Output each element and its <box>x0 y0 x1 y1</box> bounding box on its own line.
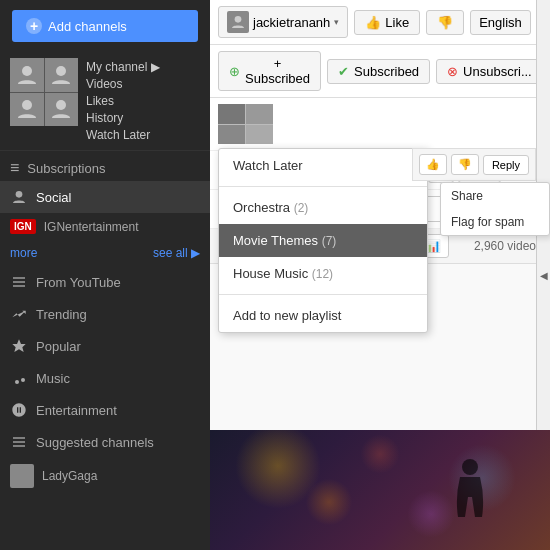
context-menu: Share Flag for spam <box>440 182 550 236</box>
sidebar-item-social[interactable]: Social <box>0 181 210 213</box>
trending-icon <box>10 305 28 323</box>
plus-icon: + <box>26 18 42 34</box>
stats-icon: 📊 <box>426 239 441 253</box>
svg-rect-7 <box>13 285 25 286</box>
lang-label: English <box>479 15 522 30</box>
svg-point-1 <box>56 66 66 76</box>
playlist-orchestra[interactable]: Orchestra (2) <box>219 191 427 224</box>
subscriptions-label: ≡ Subscriptions <box>0 151 210 181</box>
thumbnail-1[interactable] <box>218 104 273 144</box>
sidebar-item-ign[interactable]: IGN IGNentertainment <box>0 213 210 240</box>
add-subscribed-button[interactable]: ⊕ + Subscribed <box>218 51 321 91</box>
sidebar-item-lady-gaga[interactable]: LadyGaga <box>0 458 210 494</box>
entertainment-label: Entertainment <box>36 403 117 418</box>
ign-label: IGNentertainment <box>44 220 139 234</box>
figure-silhouette <box>450 457 490 540</box>
sidebar-item-music[interactable]: Music <box>0 362 210 394</box>
svg-point-18 <box>462 459 478 475</box>
orchestra-name: Orchestra <box>233 200 290 215</box>
my-channel-section: My channel ▶ Videos Likes History Watch … <box>0 52 210 151</box>
svg-point-0 <box>22 66 32 76</box>
avatar <box>10 58 78 126</box>
dropdown-divider <box>219 186 427 187</box>
dropdown-divider-2 <box>219 294 427 295</box>
thumbnails-row <box>210 98 550 151</box>
svg-point-17 <box>235 16 242 23</box>
sidebar-item-entertainment[interactable]: Entertainment <box>0 394 210 426</box>
subscribed-label: Subscribed <box>354 64 419 79</box>
svg-rect-16 <box>13 445 25 446</box>
suggested-icon <box>10 433 28 451</box>
thumbs-down-icon: 👎 <box>437 15 453 30</box>
video-thumbnail-area <box>210 430 550 550</box>
subscriptions-text: Subscriptions <box>27 161 105 176</box>
svg-rect-6 <box>13 281 25 282</box>
subscribed-button[interactable]: ✔ Subscribed <box>327 59 430 84</box>
like-button[interactable]: 👍 Like <box>354 10 420 35</box>
music-label: Music <box>36 371 70 386</box>
user-pill[interactable]: jackietrananh ▾ <box>218 6 348 38</box>
sidebar: + Add channels My channel ▶ Videos Likes… <box>0 0 210 550</box>
username-label: jackietrananh <box>253 15 330 30</box>
reply-button[interactable]: Reply <box>483 155 529 175</box>
orchestra-count: (2) <box>294 201 309 215</box>
context-share[interactable]: Share <box>441 183 549 209</box>
playlist-house-music[interactable]: House Music (12) <box>219 257 427 290</box>
popular-label: Popular <box>36 339 81 354</box>
my-channel-link[interactable]: My channel ▶ <box>86 60 160 74</box>
playlist-movie-themes[interactable]: Movie Themes (7) <box>219 224 427 257</box>
unsubscribe-label: Unsubscri... <box>463 64 532 79</box>
lights-decoration <box>210 430 550 550</box>
scroll-left-arrow[interactable]: ◀ <box>540 270 548 281</box>
person-icon <box>10 188 28 206</box>
music-icon <box>10 369 28 387</box>
add-new-playlist-option[interactable]: Add to new playlist <box>219 299 427 332</box>
sidebar-item-from-youtube[interactable]: From YouTube <box>0 266 210 298</box>
sidebar-item-popular[interactable]: Popular <box>0 330 210 362</box>
more-row: more see all ▶ <box>0 240 210 266</box>
svg-point-3 <box>56 100 66 110</box>
videos-link[interactable]: Videos <box>86 77 160 91</box>
reply-label: Reply <box>492 159 520 171</box>
movie-themes-name: Movie Themes <box>233 233 318 248</box>
from-youtube-label: From YouTube <box>36 275 121 290</box>
add-channels-label: Add channels <box>48 19 127 34</box>
likes-link[interactable]: Likes <box>86 94 160 108</box>
add-icon: ⊕ <box>229 64 240 79</box>
add-new-label: Add to new playlist <box>233 308 341 323</box>
main-content: jackietrananh ▾ 👍 Like 👎 English ⊕ + Sub… <box>210 0 550 550</box>
dislike-button[interactable]: 👎 <box>426 10 464 35</box>
sidebar-item-suggested: Suggested channels <box>0 426 210 458</box>
svg-marker-8 <box>12 339 25 352</box>
watch-later-link[interactable]: Watch Later <box>86 128 160 142</box>
sidebar-item-trending[interactable]: Trending <box>0 298 210 330</box>
add-channels-button[interactable]: + Add channels <box>12 10 198 42</box>
house-music-count: (12) <box>312 267 333 281</box>
video-background <box>210 430 550 550</box>
user-dropdown-arrow: ▾ <box>334 17 339 27</box>
language-button[interactable]: English <box>470 10 531 35</box>
top-bar: jackietrananh ▾ 👍 Like 👎 English <box>210 0 550 45</box>
house-music-name: House Music <box>233 266 308 281</box>
small-thumbs-down[interactable]: 👎 <box>451 154 479 175</box>
more-link[interactable]: more <box>10 246 37 260</box>
entertainment-icon <box>10 401 28 419</box>
unsubscribe-button[interactable]: ⊗ Unsubscri... <box>436 59 543 84</box>
svg-point-2 <box>22 100 32 110</box>
history-link[interactable]: History <box>86 111 160 125</box>
list-icon <box>10 273 28 291</box>
watch-later-label: Watch Later <box>233 158 303 173</box>
svg-line-13 <box>19 371 25 373</box>
svg-point-4 <box>16 191 23 198</box>
suggested-label: Suggested channels <box>36 435 154 450</box>
svg-point-10 <box>21 378 25 382</box>
user-avatar <box>227 11 249 33</box>
star-icon <box>10 337 28 355</box>
x-icon: ⊗ <box>447 64 458 79</box>
context-flag-spam[interactable]: Flag for spam <box>441 209 549 235</box>
lady-gaga-avatar <box>10 464 34 488</box>
social-label: Social <box>36 190 71 205</box>
see-all-link[interactable]: see all ▶ <box>153 246 200 260</box>
watch-later-option[interactable]: Watch Later <box>219 149 427 182</box>
small-thumbs-up[interactable]: 👍 <box>419 154 447 175</box>
